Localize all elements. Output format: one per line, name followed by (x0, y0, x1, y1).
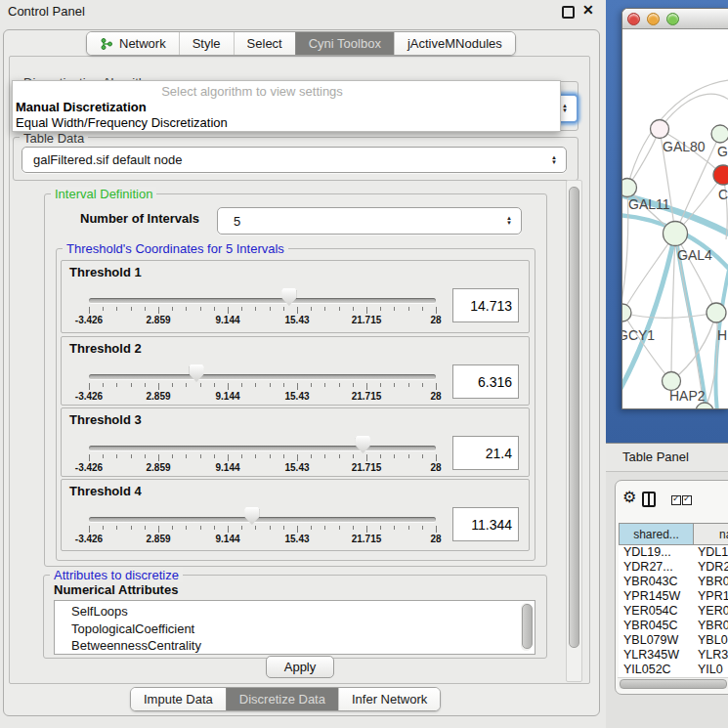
slider-minor-tick (241, 383, 242, 387)
slider-handle[interactable] (281, 288, 296, 306)
minimize-traffic-light[interactable] (647, 13, 660, 25)
network-node-label: GAL80 (663, 139, 706, 154)
slider-tick-label: 21.715 (352, 315, 382, 325)
hscrollbar-thumb[interactable] (620, 679, 727, 689)
slider-tick-label: 28 (430, 534, 441, 544)
table-cell[interactable]: YLR345W (623, 648, 679, 663)
threshold-label: Threshold 4 (69, 484, 142, 498)
slider-minor-tick (200, 526, 201, 530)
table-cell[interactable]: YBR0 (698, 575, 728, 589)
table-cell[interactable]: YBR0 (698, 619, 728, 633)
slider-handle[interactable] (356, 436, 370, 453)
column-header-name[interactable]: na (693, 523, 728, 545)
checkbox-icon[interactable] (682, 495, 692, 505)
close-traffic-light[interactable] (627, 13, 640, 25)
split-columns-icon[interactable] (642, 492, 656, 507)
network-edge[interactable] (622, 313, 716, 318)
slider-minor-tick (131, 526, 132, 530)
table-cell[interactable]: YPR145W (623, 589, 680, 604)
table-cell[interactable]: YER054C (623, 604, 678, 619)
slider-minor-tick (255, 383, 256, 387)
network-node[interactable] (713, 165, 728, 185)
slider-handle[interactable] (244, 507, 259, 525)
table-cell[interactable]: YBR045C (623, 619, 678, 633)
float-window-icon[interactable] (562, 6, 575, 19)
slider-minor-tick (422, 383, 423, 387)
table-hscrollbar[interactable] (618, 677, 728, 689)
network-window-titlebar[interactable] (622, 9, 728, 29)
slider-track[interactable] (89, 298, 436, 303)
tab-network[interactable]: Network (87, 32, 179, 55)
network-node[interactable] (651, 120, 669, 139)
threshold-value-field[interactable]: 6.316 (452, 364, 519, 399)
threshold-value-field[interactable]: 14.713 (452, 288, 519, 322)
slider-handle[interactable] (190, 364, 204, 382)
column-header-shared-name[interactable]: shared... (619, 523, 694, 545)
dropdown-option-equal-width[interactable]: Equal Width/Frequency Discretization (16, 115, 228, 130)
table-data-combobox[interactable]: galFiltered.sif default node ▲▼ (21, 147, 567, 173)
table-cell[interactable]: YER0 (698, 604, 728, 619)
numerical-attributes-list[interactable]: SelfLoopsTopologicalCoefficientBetweenne… (54, 600, 535, 655)
tab-style[interactable]: Style (179, 32, 234, 55)
slider-minor-tick (380, 454, 381, 458)
table-cell[interactable]: YDR2 (698, 560, 728, 575)
slider-tick-label: 15.43 (284, 315, 309, 325)
network-node[interactable] (622, 304, 631, 321)
num-intervals-spinner[interactable]: 5 ▲▼ (217, 207, 522, 235)
threshold-value-field[interactable]: 21.4 (452, 436, 519, 470)
table-cell[interactable]: YBL079W (623, 633, 678, 648)
network-node[interactable] (664, 222, 688, 246)
threshold-value-field[interactable]: 11.344 (452, 507, 519, 541)
gear-icon[interactable]: ⚙ (622, 490, 636, 505)
table-cell[interactable]: YBR043C (623, 575, 678, 589)
list-item[interactable]: SelfLoops (71, 603, 128, 620)
settings-scrollbar[interactable] (566, 180, 582, 682)
slider-minor-tick (214, 454, 215, 458)
dropdown-option-manual[interactable]: Manual Discretization (16, 100, 147, 114)
node-table[interactable]: shared... na YDL19...YDL1YDR27...YDR2YBR… (619, 523, 728, 683)
table-cell[interactable]: YLR3 (698, 648, 728, 663)
scrollbar-thumb[interactable] (569, 187, 579, 648)
tab-select[interactable]: Select (234, 32, 295, 55)
table-cell[interactable]: YIL0 (698, 663, 723, 677)
apply-button[interactable]: Apply (266, 656, 334, 678)
table-cell[interactable]: YDR27... (623, 560, 673, 575)
slider-minor-tick (200, 454, 201, 458)
close-icon[interactable]: ✕ (582, 2, 594, 18)
tab-infer-network[interactable]: Infer Network (338, 688, 440, 710)
tab-impute-data[interactable]: Impute Data (131, 688, 226, 710)
network-node[interactable] (622, 179, 637, 197)
table-data-value: galFiltered.sif default node (22, 152, 182, 167)
table-cell[interactable]: YPR1 (698, 589, 728, 604)
tab-jactivemnodules[interactable]: jActiveMNodules (394, 32, 515, 55)
slider-major-tick (158, 307, 159, 314)
tab-cyni-toolbox[interactable]: Cyni Toolbox (295, 32, 394, 55)
list-item[interactable]: TopologicalCoefficient (71, 621, 194, 637)
network-edge[interactable] (627, 129, 660, 188)
attributes-scrollbar[interactable] (521, 603, 532, 651)
slider-tick-label: 28 (430, 462, 441, 473)
slider-minor-tick (116, 383, 117, 387)
table-cell[interactable]: YDL1 (698, 545, 728, 560)
slider-minor-tick (270, 307, 271, 311)
table-cell[interactable]: YBL0 (698, 633, 728, 648)
list-item[interactable]: BetweennessCentrality (71, 637, 201, 654)
network-node[interactable] (711, 125, 728, 143)
network-node[interactable] (707, 303, 726, 322)
tab-discretize-data[interactable]: Discretize Data (226, 688, 338, 710)
slider-track[interactable] (89, 374, 436, 379)
zoom-traffic-light[interactable] (666, 13, 679, 25)
network-edge[interactable] (660, 94, 728, 129)
slider-minor-tick (353, 526, 354, 530)
checkbox-icon[interactable] (671, 495, 681, 505)
slider-minor-tick (422, 526, 423, 530)
threshold-coordinates-title: Threshold's Coordinates for 5 Intervals (63, 241, 288, 256)
table-cell[interactable]: YDL19... (623, 545, 671, 560)
slider-minor-tick (172, 454, 173, 458)
slider-track[interactable] (89, 517, 436, 522)
table-cell[interactable]: YIL052C (623, 663, 671, 677)
algorithm-dropdown-popup: Select algorithm to view settings Manual… (12, 80, 561, 132)
network-canvas[interactable]: GAL80G.CGAL11GAL4GCY1HHAP2 (622, 29, 728, 408)
slider-track[interactable] (89, 446, 436, 450)
slider-tick-label: 21.715 (352, 462, 382, 473)
